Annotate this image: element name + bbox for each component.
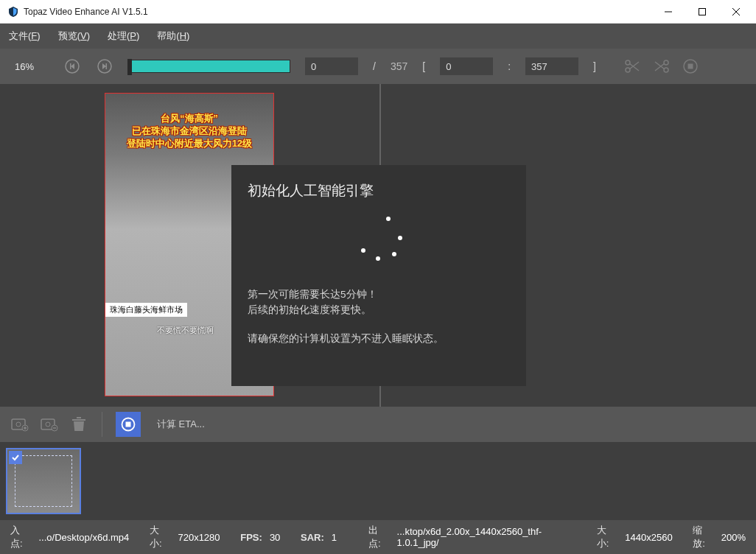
app-logo-icon xyxy=(7,6,19,18)
menu-file[interactable]: 文件(F) xyxy=(9,29,41,43)
frame-slash: / xyxy=(373,60,376,72)
menu-preview[interactable]: 预览(V) xyxy=(58,29,90,43)
caption-line: 登陆时中心附近最大风力12级 xyxy=(105,138,273,150)
action-divider xyxy=(102,412,102,437)
transport-toolbar: 16% / 357 [ : ] xyxy=(0,49,756,84)
cut-tools xyxy=(624,59,698,74)
remove-clip-button[interactable] xyxy=(40,415,59,434)
eta-text: 计算 ETA... xyxy=(157,418,205,431)
titlebar: Topaz Video Enhance AI V1.5.1 xyxy=(0,0,756,24)
preview-viewport: 台风“海高斯” 已在珠海市金湾区沿海登陆 登陆时中心附近最大风力12级 珠海白藤… xyxy=(0,84,756,407)
clips-strip xyxy=(0,442,756,520)
fps-value: 30 xyxy=(270,532,280,543)
bracket-open: [ xyxy=(422,60,425,72)
svg-point-4 xyxy=(626,68,630,72)
timeline-thumb[interactable] xyxy=(127,59,132,75)
trash-button[interactable] xyxy=(69,415,88,434)
sar-label: SAR: xyxy=(301,532,324,543)
svg-point-6 xyxy=(664,68,668,72)
ai-init-dialog: 初始化人工智能引擎 第一次可能需要长达5分钟！ 后续的初始化速度将更快。 请确保… xyxy=(231,165,526,386)
dialog-text: 请确保您的计算机设置为不进入睡眠状态。 xyxy=(248,332,510,347)
maximize-button[interactable] xyxy=(685,0,719,24)
zoom-percent: 16% xyxy=(15,61,49,72)
in-size-label: 大小: xyxy=(150,524,170,550)
add-clip-button[interactable] xyxy=(10,415,29,434)
in-path: ...o/Desktop/x6d.mp4 xyxy=(38,532,129,543)
svg-point-5 xyxy=(664,60,668,65)
svg-point-13 xyxy=(46,422,50,427)
scale-label: 缩放: xyxy=(693,524,713,550)
svg-point-10 xyxy=(16,422,21,427)
dialog-title: 初始化人工智能引擎 xyxy=(248,181,510,200)
window-title: Topaz Video Enhance AI V1.5.1 xyxy=(24,7,148,17)
menu-bar: 文件(F) 预览(V) 处理(P) 帮助(H) xyxy=(0,24,756,49)
menu-help[interactable]: 帮助(H) xyxy=(157,29,189,43)
video-location-tag: 珠海白藤头海鲜市场 xyxy=(105,303,187,317)
scissors-right-icon[interactable] xyxy=(654,59,670,74)
crop-outline-icon xyxy=(15,455,72,507)
svg-point-3 xyxy=(626,60,630,65)
status-bar: 入点: ...o/Desktop/x6d.mp4 大小: 720x1280 FP… xyxy=(0,520,756,554)
fps-label: FPS: xyxy=(240,532,262,543)
loading-spinner-icon xyxy=(349,215,408,274)
sar-value: 1 xyxy=(332,532,337,543)
video-caption-overlay: 台风“海高斯” 已在珠海市金湾区沿海登陆 登陆时中心附近最大风力12级 xyxy=(105,113,273,150)
video-subtitle: 不要慌不要慌啊 xyxy=(157,325,214,336)
stop-processing-button[interactable] xyxy=(116,412,141,437)
in-size: 720x1280 xyxy=(178,532,220,543)
out-size-label: 大小: xyxy=(597,524,617,550)
dialog-text: 后续的初始化速度将更快。 xyxy=(248,303,510,318)
skip-start-button[interactable] xyxy=(63,57,81,75)
close-button[interactable] xyxy=(719,0,753,24)
scale-value: 200% xyxy=(721,532,746,543)
out-path: ...ktop/x6d_2.00x_1440x2560_thf-1.0.1_jp… xyxy=(397,526,577,548)
range-start-input[interactable] xyxy=(440,57,493,75)
action-bar: 计算 ETA... xyxy=(0,407,756,442)
out-label: 出点: xyxy=(368,524,389,550)
dialog-text: 第一次可能需要长达5分钟！ xyxy=(248,287,510,303)
scissors-left-icon[interactable] xyxy=(624,59,640,74)
clip-thumbnail[interactable] xyxy=(6,448,81,514)
current-frame-input[interactable] xyxy=(305,57,358,75)
svg-rect-0 xyxy=(699,8,706,15)
bracket-close: ] xyxy=(593,60,596,72)
total-frames: 357 xyxy=(391,60,407,72)
menu-process[interactable]: 处理(P) xyxy=(108,29,139,43)
skip-end-button[interactable] xyxy=(96,57,113,75)
svg-rect-8 xyxy=(687,64,693,69)
clip-checked-icon[interactable] xyxy=(9,451,22,464)
range-colon: : xyxy=(508,60,511,72)
minimize-button[interactable] xyxy=(651,0,685,24)
timeline-fill xyxy=(129,60,290,72)
stop-circle-icon[interactable] xyxy=(683,59,698,74)
caption-line: 已在珠海市金湾区沿海登陆 xyxy=(105,125,273,138)
out-size: 1440x2560 xyxy=(625,532,672,543)
caption-line: 台风“海高斯” xyxy=(105,113,273,125)
timeline-slider[interactable] xyxy=(128,60,290,73)
range-end-input[interactable] xyxy=(525,57,578,75)
svg-rect-16 xyxy=(126,422,131,427)
in-label: 入点: xyxy=(10,524,31,550)
